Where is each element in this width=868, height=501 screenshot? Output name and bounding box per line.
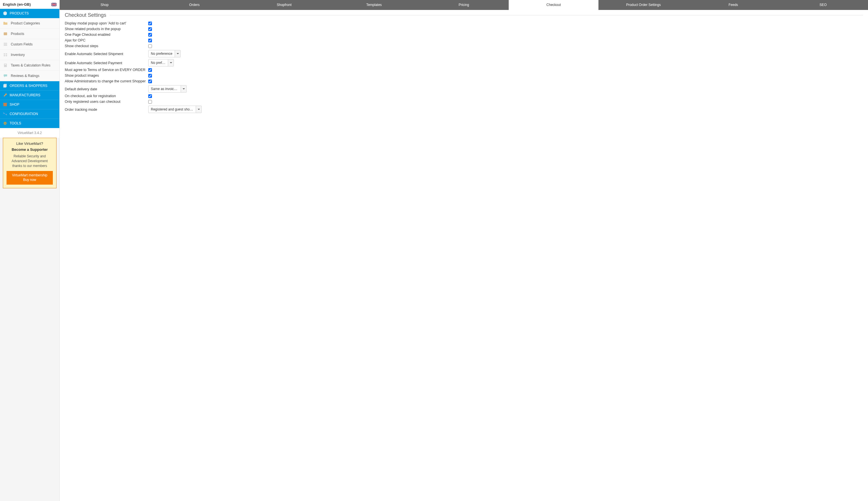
checkbox-registered-only[interactable] [148,100,152,104]
setting-label: Show product images [65,73,148,77]
tab-shopfront[interactable]: Shopfront [239,0,329,10]
tab-seo[interactable]: SEO [778,0,868,10]
sidebar-section-shop[interactable]: SHOP [0,100,60,109]
tab-checkout[interactable]: Checkout [509,0,599,10]
setting-label: On checkout, ask for registration [65,94,148,98]
sidebar-section-orders-shoppers[interactable]: ORDERS & SHOPPERS [0,81,60,90]
dropdown-value[interactable]: Registered and guest shop… [148,106,196,113]
sidebar-section-label: PRODUCTS [10,11,29,15]
setting-label: Show related products in the popup [65,27,148,31]
checkbox-ask-registration[interactable] [148,94,152,98]
setting-row: On checkout, ask for registration [65,94,863,99]
sidebar-section-products[interactable]: PRODUCTS [0,9,60,18]
checkbox-related-products[interactable] [148,27,152,31]
dropdown-tracking-mode[interactable]: Registered and guest shop… [148,106,202,113]
promo-box: Like VirtueMart? Become a Supporter Reli… [3,138,56,188]
sidebar-section-label: ORDERS & SHOPPERS [10,84,47,88]
checkout-settings-fieldset: Checkout Settings Display modal popup up… [65,15,863,114]
sidebar-section-label: TOOLS [10,121,21,125]
sidebar-section-label: MANUFACTURERS [10,93,40,97]
sidebar-item-reviews[interactable]: Reviews & Ratings [0,71,60,81]
setting-label: Allow Administrators to change the curre… [65,79,148,83]
tab-templates[interactable]: Templates [329,0,419,10]
setting-label: One Page Checkout enabled [65,32,148,36]
checkbox-opc-enabled[interactable] [148,33,152,36]
page-title: Checkout Settings [65,12,110,18]
flag-icon[interactable] [51,3,56,6]
sidebar-item-inventory[interactable]: Inventory [0,50,60,60]
calculator-icon [3,63,8,67]
chevron-down-icon[interactable] [181,85,186,93]
orders-icon [3,84,7,88]
svg-rect-4 [4,45,7,46]
box-icon [3,11,7,15]
tab-shop[interactable]: Shop [60,0,149,10]
setting-row: Must agree to Terms of Service on EVERY … [65,67,863,73]
setting-label: Display modal popup upon 'Add to cart' [65,21,148,25]
setting-row: Show checkout steps [65,43,863,49]
sidebar-item-label: Custom Fields [11,42,33,46]
svg-rect-12 [4,84,7,87]
svg-rect-10 [4,64,6,65]
svg-rect-3 [4,44,7,45]
setting-label: Order tracking mode [65,107,148,111]
dropdown-auto-shipment[interactable]: No preference [148,50,181,57]
setting-row: Order tracking mode Registered and guest… [65,105,863,114]
sidebar-section-manufacturers[interactable]: MANUFACTURERS [0,90,60,100]
setting-label: Ajax for OPC [65,38,148,42]
tab-product-order-settings[interactable]: Product Order Settings [599,0,688,10]
main-area: Shop Orders Shopfront Templates Pricing … [60,0,868,501]
setting-label: Only registered users can checkout [65,99,148,104]
checkbox-admin-change-shopper[interactable] [148,79,152,83]
sidebar-item-products[interactable]: Products [0,29,60,39]
tab-pricing[interactable]: Pricing [419,0,509,10]
dropdown-value[interactable]: No preference [148,50,175,57]
setting-row: Allow Administrators to change the curre… [65,79,863,84]
checkbox-show-steps[interactable] [148,44,152,48]
sidebar-section-label: SHOP [10,103,19,107]
version-label: VirtueMart 3.4.2 [0,128,60,138]
package-icon [3,32,8,36]
shelves-icon [3,53,8,57]
folder-icon [3,21,8,25]
checkbox-ajax-opc[interactable] [148,39,152,42]
checkbox-tos[interactable] [148,68,152,72]
tab-orders[interactable]: Orders [149,0,239,10]
store-icon [3,102,7,107]
wrench-icon [3,93,7,97]
sidebar-section-configuration[interactable]: CONFIGURATION [0,109,60,119]
checkbox-product-images[interactable] [148,74,152,77]
chevron-down-icon[interactable] [175,50,181,57]
checkbox-modal-popup[interactable] [148,22,152,25]
svg-rect-5 [4,53,5,54]
tab-feeds[interactable]: Feeds [688,0,778,10]
setting-row: Default delivery date Same as invoice … [65,84,863,94]
sidebar-item-label: Reviews & Ratings [11,74,40,78]
chevron-down-icon[interactable] [168,59,174,66]
svg-point-14 [4,123,6,124]
svg-rect-1 [4,32,7,35]
setting-label: Default delivery date [65,87,148,91]
list-icon [3,42,8,46]
dropdown-value[interactable]: Same as invoice … [148,85,181,93]
sidebar-item-custom-fields[interactable]: Custom Fields [0,39,60,50]
setting-row: Show related products in the popup [65,26,863,32]
dropdown-auto-payment[interactable]: No prefer… [148,59,174,66]
sidebar-item-product-categories[interactable]: Product Categories [0,18,60,29]
chat-icon [3,74,8,78]
dropdown-value[interactable]: No prefer… [148,59,168,66]
chevron-down-icon[interactable] [196,106,202,113]
sidebar-section-tools[interactable]: TOOLS [0,119,60,128]
svg-rect-7 [4,55,5,56]
gear-icon [3,121,7,126]
dropdown-delivery-date[interactable]: Same as invoice … [148,85,186,93]
svg-rect-6 [6,53,7,54]
setting-row: Enable Automatic Selected Shipment No pr… [65,49,863,58]
setting-label: Must agree to Terms of Service on EVERY … [65,67,148,72]
language-label: English (en-GB) [3,2,31,7]
setting-row: One Page Checkout enabled [65,32,863,38]
promo-buy-button[interactable]: VirtueMart membership Buy now [7,171,53,184]
sidebar-item-taxes[interactable]: Taxes & Calculation Rules [0,60,60,71]
sidebar-item-label: Product Categories [11,21,40,25]
svg-rect-8 [6,55,7,56]
